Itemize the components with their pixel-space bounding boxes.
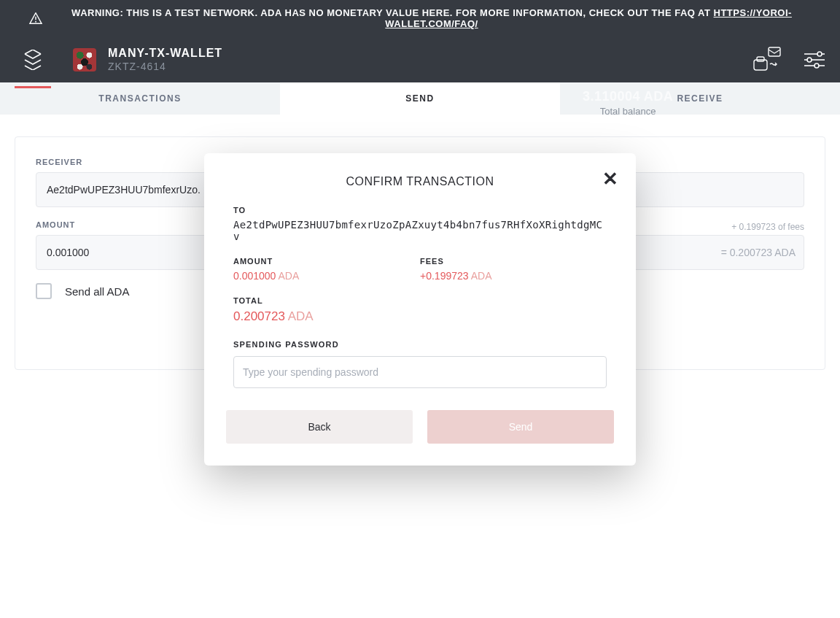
modal-fees-label: FEES — [420, 257, 607, 266]
close-icon[interactable]: ✕ — [602, 169, 618, 188]
modal-amount-value: 0.001000 ADA — [233, 270, 420, 282]
modal-total-label: TOTAL — [233, 296, 607, 305]
send-button[interactable]: Send — [427, 410, 614, 444]
modal-title: CONFIRM TRANSACTION — [226, 175, 614, 188]
to-label: TO — [233, 206, 607, 215]
spending-password-label: SPENDING PASSWORD — [233, 340, 607, 349]
modal-total-value: 0.200723 ADA — [233, 309, 607, 324]
modal-fees-value: +0.199723 ADA — [420, 270, 607, 282]
modal-amount-label: AMOUNT — [233, 257, 420, 266]
modal-overlay: CONFIRM TRANSACTION ✕ TO Ae2tdPwUPEZ3HUU… — [0, 0, 840, 618]
to-address: Ae2tdPwUPEZ3HUU7bmfexrUzoZpAZxuyt4b4bn7f… — [233, 219, 607, 242]
spending-password-input[interactable] — [233, 356, 607, 388]
back-button[interactable]: Back — [226, 410, 413, 444]
confirm-transaction-modal: CONFIRM TRANSACTION ✕ TO Ae2tdPwUPEZ3HUU… — [204, 153, 636, 466]
